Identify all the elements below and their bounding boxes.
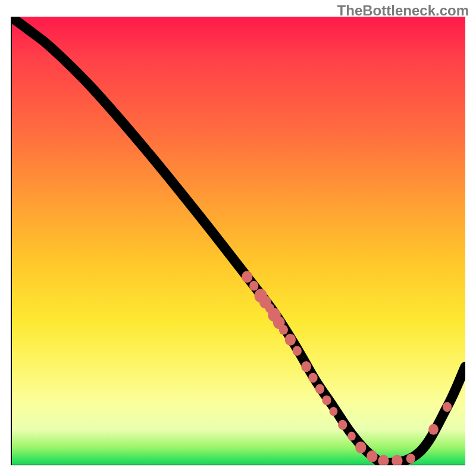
data-marker [355, 441, 366, 453]
data-marker [406, 453, 415, 464]
data-marker [330, 407, 338, 416]
data-marker [322, 395, 331, 405]
data-marker [249, 281, 258, 291]
data-marker [338, 420, 347, 430]
data-marker [315, 384, 324, 394]
data-marker [308, 373, 317, 383]
marker-group [242, 271, 452, 465]
data-marker [392, 455, 402, 465]
data-marker [367, 450, 377, 462]
plot-area [11, 17, 465, 465]
chart-container: TheBottleneck.com [0, 0, 476, 476]
data-marker [443, 402, 452, 412]
curve-svg [11, 17, 465, 465]
data-marker [301, 361, 311, 372]
bottleneck-curve [11, 17, 465, 463]
data-marker [293, 346, 302, 356]
data-marker [279, 325, 288, 335]
data-marker [285, 334, 296, 346]
data-marker [428, 424, 439, 435]
watermark-text: TheBottleneck.com [337, 2, 469, 19]
data-marker [242, 271, 252, 283]
data-marker [347, 432, 356, 441]
